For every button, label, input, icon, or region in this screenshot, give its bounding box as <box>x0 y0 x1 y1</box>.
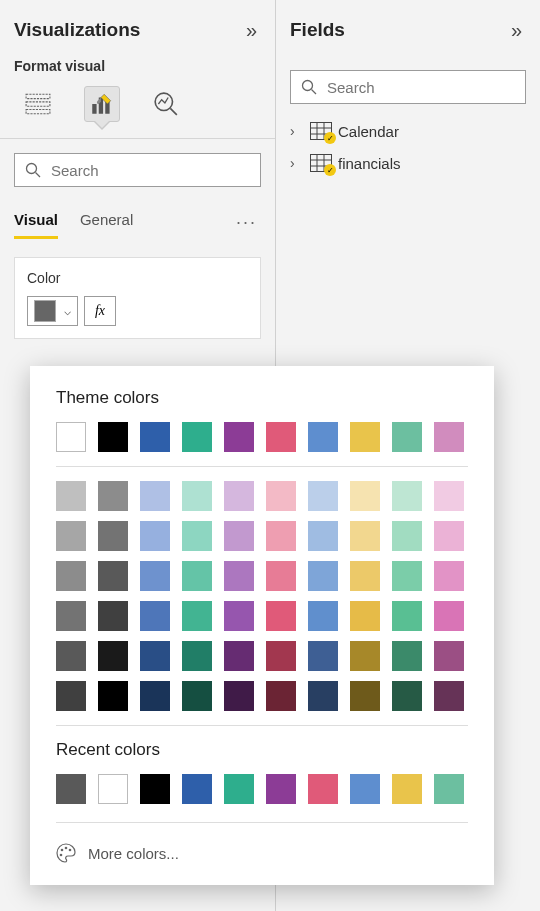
color-swatch[interactable] <box>308 481 338 511</box>
color-swatch[interactable] <box>98 422 128 452</box>
color-swatch[interactable] <box>182 481 212 511</box>
color-swatch[interactable] <box>224 422 254 452</box>
color-swatch[interactable] <box>266 601 296 631</box>
color-swatch[interactable] <box>224 681 254 711</box>
color-dropdown-button[interactable]: ⌵ <box>27 296 78 326</box>
color-swatch[interactable] <box>98 561 128 591</box>
color-swatch[interactable] <box>56 601 86 631</box>
color-swatch[interactable] <box>350 481 380 511</box>
format-more-button[interactable]: ··· <box>232 212 261 233</box>
color-swatch[interactable] <box>392 601 422 631</box>
color-swatch[interactable] <box>56 641 86 671</box>
color-swatch[interactable] <box>434 481 464 511</box>
color-swatch[interactable] <box>182 561 212 591</box>
color-swatch[interactable] <box>266 681 296 711</box>
color-swatch[interactable] <box>224 481 254 511</box>
color-swatch[interactable] <box>350 641 380 671</box>
color-swatch[interactable] <box>434 641 464 671</box>
color-swatch[interactable] <box>434 422 464 452</box>
color-swatch[interactable] <box>182 521 212 551</box>
color-swatch[interactable] <box>140 561 170 591</box>
color-swatch[interactable] <box>56 422 86 452</box>
color-swatch[interactable] <box>434 681 464 711</box>
color-swatch[interactable] <box>182 641 212 671</box>
color-swatch[interactable] <box>224 774 254 804</box>
color-swatch[interactable] <box>392 521 422 551</box>
color-swatch[interactable] <box>308 521 338 551</box>
color-swatch[interactable] <box>308 422 338 452</box>
color-swatch[interactable] <box>350 681 380 711</box>
color-swatch[interactable] <box>266 561 296 591</box>
color-swatch[interactable] <box>140 601 170 631</box>
color-swatch[interactable] <box>266 774 296 804</box>
color-swatch[interactable] <box>98 521 128 551</box>
color-swatch[interactable] <box>434 774 464 804</box>
color-swatch[interactable] <box>224 641 254 671</box>
field-item-calendar[interactable]: › ✓ Calendar <box>290 122 526 140</box>
color-swatch[interactable] <box>392 422 422 452</box>
color-swatch[interactable] <box>182 774 212 804</box>
build-visual-tab[interactable] <box>20 86 56 122</box>
color-swatch[interactable] <box>98 681 128 711</box>
more-colors-button[interactable]: More colors... <box>56 837 468 863</box>
color-swatch[interactable] <box>350 561 380 591</box>
color-swatch[interactable] <box>98 601 128 631</box>
color-swatch[interactable] <box>182 601 212 631</box>
analytics-tab[interactable] <box>148 86 184 122</box>
color-swatch[interactable] <box>56 521 86 551</box>
color-swatch[interactable] <box>392 481 422 511</box>
color-swatch[interactable] <box>140 521 170 551</box>
color-swatch[interactable] <box>434 561 464 591</box>
color-swatch[interactable] <box>392 641 422 671</box>
color-swatch[interactable] <box>56 481 86 511</box>
color-swatch[interactable] <box>140 641 170 671</box>
color-swatch[interactable] <box>140 774 170 804</box>
tab-visual[interactable]: Visual <box>14 205 58 239</box>
color-swatch[interactable] <box>182 422 212 452</box>
color-swatch[interactable] <box>140 481 170 511</box>
color-swatch[interactable] <box>308 681 338 711</box>
color-swatch[interactable] <box>224 561 254 591</box>
color-swatch[interactable] <box>434 521 464 551</box>
format-search-box[interactable] <box>14 153 261 187</box>
color-swatch[interactable] <box>350 601 380 631</box>
visualizations-header: Visualizations » <box>14 10 261 50</box>
color-swatch[interactable] <box>224 601 254 631</box>
color-swatch[interactable] <box>350 521 380 551</box>
color-swatch[interactable] <box>266 481 296 511</box>
color-swatch[interactable] <box>98 641 128 671</box>
color-swatch[interactable] <box>266 521 296 551</box>
fields-search-input[interactable] <box>327 79 515 96</box>
color-swatch[interactable] <box>98 774 128 804</box>
fx-button[interactable]: fx <box>84 296 116 326</box>
collapse-fields-button[interactable]: » <box>507 15 526 46</box>
color-swatch[interactable] <box>392 681 422 711</box>
color-swatch[interactable] <box>392 774 422 804</box>
color-swatch[interactable] <box>56 561 86 591</box>
color-swatch[interactable] <box>182 681 212 711</box>
color-swatch[interactable] <box>350 422 380 452</box>
color-swatch[interactable] <box>308 561 338 591</box>
color-swatch[interactable] <box>266 641 296 671</box>
color-swatch[interactable] <box>434 601 464 631</box>
fields-search-box[interactable] <box>290 70 526 104</box>
collapse-visualizations-button[interactable]: » <box>242 15 261 46</box>
color-swatch[interactable] <box>140 681 170 711</box>
color-swatch[interactable] <box>266 422 296 452</box>
format-visual-tab[interactable] <box>84 86 120 122</box>
color-swatch[interactable] <box>392 561 422 591</box>
color-swatch[interactable] <box>98 481 128 511</box>
color-swatch[interactable] <box>350 774 380 804</box>
color-swatch[interactable] <box>308 641 338 671</box>
color-swatch[interactable] <box>56 681 86 711</box>
format-search-input[interactable] <box>51 162 250 179</box>
svg-rect-2 <box>26 109 50 113</box>
color-swatch[interactable] <box>308 774 338 804</box>
color-swatch[interactable] <box>308 601 338 631</box>
color-swatch[interactable] <box>224 521 254 551</box>
check-badge-icon: ✓ <box>324 132 336 144</box>
color-swatch[interactable] <box>56 774 86 804</box>
field-item-financials[interactable]: › ✓ financials <box>290 154 526 172</box>
tab-general[interactable]: General <box>80 205 133 239</box>
color-swatch[interactable] <box>140 422 170 452</box>
